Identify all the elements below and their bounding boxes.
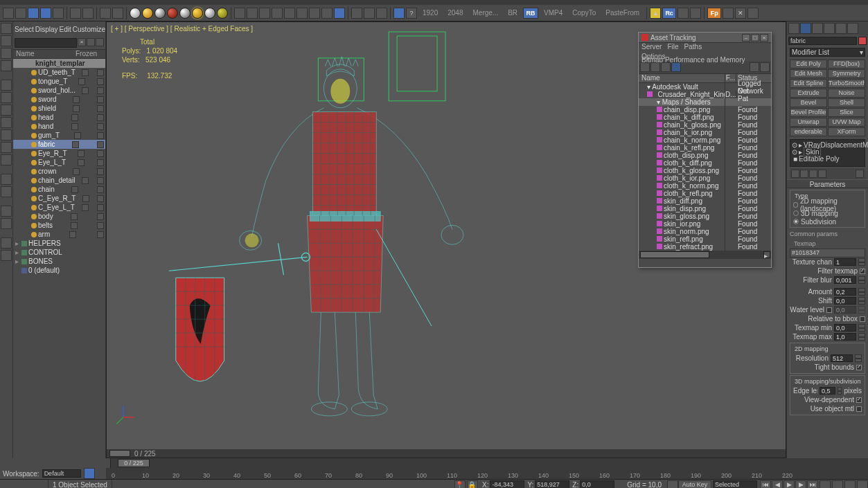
tree-item[interactable]: hand bbox=[13, 122, 105, 131]
minimize-icon[interactable]: – bbox=[742, 34, 750, 42]
texmap-min-spinner[interactable]: 0,0 bbox=[834, 324, 856, 332]
lock-selection-icon[interactable]: 📍 bbox=[454, 480, 466, 489]
tool-render2[interactable] bbox=[247, 8, 258, 19]
filter-helper-icon[interactable] bbox=[1, 129, 12, 141]
modifier-button[interactable]: Edit Poly bbox=[790, 60, 827, 69]
tool-brush[interactable] bbox=[112, 8, 123, 19]
texmap-button[interactable]: #1018347 (cloth_disp.png) bbox=[790, 248, 865, 257]
fp-btn[interactable]: Fp bbox=[707, 8, 721, 19]
tool-leaf-icon[interactable] bbox=[296, 8, 308, 19]
collapse-icon[interactable] bbox=[1, 218, 12, 229]
tree-item[interactable]: C_Eye_R_T bbox=[13, 194, 105, 203]
filter-light-icon[interactable] bbox=[1, 105, 12, 116]
asset-row[interactable]: chain_k_refl.pngFound bbox=[639, 144, 771, 152]
goto-end-icon[interactable]: ⏭ bbox=[807, 480, 818, 489]
pastefrom-btn[interactable]: PasteFrom bbox=[601, 9, 644, 17]
tool-teapot-icon[interactable] bbox=[259, 8, 270, 19]
tool-save-icon[interactable] bbox=[393, 8, 405, 19]
tool-arrow[interactable] bbox=[3, 8, 14, 19]
tree-item[interactable]: tongue_T bbox=[13, 77, 105, 86]
create-tab-icon[interactable] bbox=[788, 23, 799, 34]
texture-channel-spinner[interactable]: 1 bbox=[834, 258, 856, 266]
filter-texmap-checkbox[interactable] bbox=[860, 269, 865, 274]
clear-search-icon[interactable]: × bbox=[78, 38, 86, 46]
modify-tab-icon[interactable] bbox=[800, 23, 811, 34]
modifier-button[interactable]: Shell bbox=[828, 98, 865, 107]
modifier-button[interactable]: Extrude bbox=[790, 89, 827, 98]
filter-geom-icon[interactable] bbox=[1, 80, 12, 91]
type-2d-landscape[interactable]: 2D mapping (landscape) bbox=[790, 201, 865, 209]
time-ruler[interactable]: 0102030405060708090100110120130140150160… bbox=[106, 468, 868, 479]
sphere-sun-icon[interactable] bbox=[192, 8, 203, 19]
filter-blur-spinner[interactable]: 0,001 bbox=[834, 276, 856, 284]
tool-timeline-icon[interactable] bbox=[364, 8, 375, 19]
resolution-spinner[interactable]: 512 bbox=[831, 354, 853, 362]
adaptive-icon[interactable] bbox=[667, 480, 678, 489]
relative-bbox-checkbox[interactable] bbox=[860, 316, 865, 322]
modifier-list-dropdown[interactable]: Modifier List▾ bbox=[790, 48, 865, 57]
asset-menu-file[interactable]: File bbox=[667, 43, 678, 51]
res-2048[interactable]: 2048 bbox=[443, 9, 467, 17]
rc-btn[interactable]: Rc bbox=[662, 8, 676, 19]
amount-spinner[interactable]: 0,2 bbox=[834, 288, 856, 296]
asset-col-name[interactable]: Name bbox=[639, 74, 725, 82]
modifier-button[interactable]: Edit Spline bbox=[790, 79, 827, 88]
modifier-button[interactable]: Slice bbox=[828, 108, 865, 117]
viewport-scrollbar[interactable]: 0 / 225 bbox=[107, 449, 786, 458]
autokey-button[interactable]: Auto Key bbox=[678, 480, 711, 489]
asset-row[interactable]: skin_diff.pngFound bbox=[639, 197, 771, 205]
tree-item[interactable]: C_Eye_L_T bbox=[13, 203, 105, 212]
asset-row[interactable]: skin_norm.pngFound bbox=[639, 228, 771, 235]
asset-tb-tree-icon[interactable] bbox=[640, 62, 650, 72]
tool-script-icon[interactable] bbox=[677, 8, 689, 19]
tool-cross-icon[interactable]: ✕ bbox=[735, 8, 746, 19]
tool-globe-icon[interactable] bbox=[284, 8, 295, 19]
tree-item[interactable]: gum_T bbox=[13, 131, 105, 140]
modifier-button[interactable]: Bevel Profile bbox=[790, 108, 827, 117]
asset-row[interactable]: chain_k_diff.pngFound bbox=[639, 114, 771, 121]
tool-cube-icon[interactable] bbox=[309, 8, 320, 19]
br-btn[interactable]: BR bbox=[504, 9, 522, 17]
configure-icon[interactable] bbox=[856, 170, 864, 178]
select-invert-icon[interactable] bbox=[1, 48, 12, 59]
search-input[interactable] bbox=[15, 38, 77, 48]
tree-item[interactable]: UD_teeth_T bbox=[13, 68, 105, 77]
nav-2-icon[interactable] bbox=[832, 480, 843, 489]
lock-icon[interactable]: 🔒 bbox=[467, 480, 478, 489]
layer-icon[interactable] bbox=[1, 237, 12, 248]
sphere-matte-icon[interactable] bbox=[204, 8, 215, 19]
tool-layers[interactable] bbox=[28, 8, 39, 19]
goto-start-icon[interactable]: ⏮ bbox=[760, 480, 771, 489]
asset-row[interactable]: cloth_k_ior.pngFound bbox=[639, 174, 771, 182]
asset-settings-icon[interactable] bbox=[760, 62, 770, 72]
asset-tb-detail-icon[interactable] bbox=[671, 62, 681, 72]
modifier-stack[interactable]: ⊙▸VRayDisplacementMod ⊙▸Skin ■Editable P… bbox=[790, 139, 865, 167]
utilities-tab-icon[interactable] bbox=[847, 23, 858, 34]
tool-ae-icon[interactable] bbox=[272, 8, 283, 19]
asset-row[interactable]: chain_k_ior.pngFound bbox=[639, 129, 771, 136]
asset-row[interactable]: cloth_k_gloss.pngFound bbox=[639, 167, 771, 174]
select-children-icon[interactable] bbox=[1, 60, 12, 71]
type-subdivision[interactable]: Subdivision bbox=[790, 217, 865, 226]
search-icon[interactable] bbox=[87, 38, 95, 46]
show-result-icon[interactable] bbox=[800, 170, 808, 178]
asset-row[interactable]: skin_refl.pngFound bbox=[639, 235, 771, 243]
modifier-button[interactable]: UVW Map bbox=[828, 118, 865, 127]
tool-render1[interactable] bbox=[234, 8, 245, 19]
asset-col-f[interactable]: F... bbox=[725, 74, 736, 82]
col-frozen[interactable]: Frozen bbox=[76, 50, 97, 58]
asset-row[interactable]: chain_k_gloss.pngFound bbox=[639, 121, 771, 129]
asset-menu-paths[interactable]: Paths bbox=[684, 43, 702, 51]
tree-item[interactable]: chain bbox=[13, 185, 105, 194]
merge-btn[interactable]: Merge... bbox=[469, 9, 503, 17]
menu-edit[interactable]: Edit bbox=[60, 26, 71, 33]
menu-customize[interactable]: Customize bbox=[73, 26, 105, 33]
copyto-btn[interactable]: CopyTo bbox=[568, 9, 600, 17]
asset-menu-server[interactable]: Server bbox=[641, 43, 662, 51]
asset-row[interactable]: cloth_disp.pngFound bbox=[639, 152, 771, 159]
y-coord-input[interactable]: 518,927 bbox=[535, 480, 569, 488]
tool-paint[interactable] bbox=[100, 8, 111, 19]
tree-item[interactable]: arm bbox=[13, 230, 105, 239]
asset-row[interactable]: skin_refract.pngFound bbox=[639, 243, 771, 251]
tool-link[interactable] bbox=[15, 8, 26, 19]
